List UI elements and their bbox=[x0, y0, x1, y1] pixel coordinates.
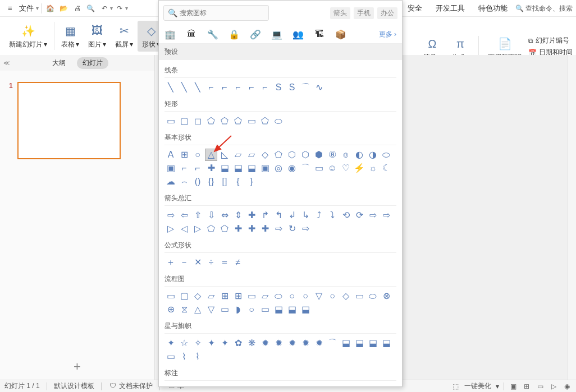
shape-option[interactable]: ⚡ bbox=[353, 162, 365, 174]
shape-option[interactable]: ◇ bbox=[191, 290, 204, 302]
shape-option[interactable]: ☾ bbox=[380, 162, 392, 174]
shape-option[interactable]: ✦ bbox=[205, 337, 217, 349]
shape-option[interactable]: ⬭ bbox=[272, 115, 285, 127]
tag-arrow[interactable]: 箭头 bbox=[330, 7, 350, 19]
shape-option[interactable]: ▭ bbox=[218, 384, 231, 386]
shape-search-input[interactable] bbox=[163, 5, 269, 21]
shape-option[interactable]: ÷ bbox=[205, 256, 217, 269]
picture-button[interactable]: 🖼 图片▾ bbox=[84, 23, 111, 49]
shape-option[interactable]: ⇨ bbox=[164, 209, 177, 222]
view-reading-icon[interactable]: ▭ bbox=[536, 382, 545, 391]
shape-option[interactable]: ⌐ bbox=[191, 162, 204, 174]
doc-protect[interactable]: 🛡 文档未保护 bbox=[108, 381, 153, 391]
slide-number-button[interactable]: ⧉幻灯片编号 bbox=[528, 36, 573, 45]
shape-option[interactable]: ╲ bbox=[191, 81, 204, 94]
shape-option[interactable]: ▭ bbox=[205, 384, 217, 386]
shape-option[interactable]: ◇ bbox=[259, 149, 271, 161]
shape-option[interactable]: ◑ bbox=[367, 149, 379, 161]
shape-option[interactable]: ✹ bbox=[286, 337, 298, 349]
home-icon[interactable]: 🏠 bbox=[44, 2, 57, 15]
shape-option[interactable]: ○ bbox=[245, 303, 258, 316]
cube-icon[interactable]: ⬚ bbox=[451, 382, 460, 391]
shape-option[interactable]: ☼ bbox=[367, 162, 379, 174]
open-icon[interactable]: 📂 bbox=[57, 2, 71, 15]
shape-option[interactable]: ○ bbox=[191, 384, 204, 386]
undo-icon[interactable]: ↶ bbox=[98, 2, 111, 15]
shape-option[interactable]: ⌐ bbox=[245, 81, 258, 94]
shape-option[interactable]: ⌐ bbox=[205, 81, 217, 94]
shape-option[interactable]: ◎ bbox=[272, 162, 285, 174]
shape-option[interactable]: ▬ bbox=[326, 384, 339, 386]
shape-option[interactable]: ▣ bbox=[164, 162, 177, 174]
tab-dev-tools[interactable]: 开发工具 bbox=[430, 3, 470, 13]
shape-option[interactable]: ⌐ bbox=[232, 81, 244, 94]
shape-option[interactable]: ⌒ bbox=[299, 162, 312, 174]
shape-option[interactable]: ⊕ bbox=[164, 303, 177, 316]
preset-icon[interactable]: 🔗 bbox=[250, 29, 261, 40]
shape-option[interactable]: ▭ bbox=[313, 162, 325, 174]
shape-option[interactable]: ⬓ bbox=[272, 303, 285, 316]
shape-option[interactable]: ▽ bbox=[205, 303, 217, 316]
shape-option[interactable]: ▬ bbox=[313, 384, 325, 386]
shape-option[interactable]: ○ bbox=[326, 290, 339, 302]
shape-option[interactable]: ▭ bbox=[353, 290, 365, 302]
shape-option[interactable]: ⌾ bbox=[340, 149, 352, 161]
shape-option[interactable]: ⌐ bbox=[259, 81, 271, 94]
shape-option[interactable]: ⇧ bbox=[191, 209, 204, 222]
shape-option[interactable]: ▱ bbox=[259, 290, 271, 302]
shape-option[interactable]: ⇩ bbox=[205, 209, 217, 222]
shape-option[interactable]: ⌇ bbox=[191, 351, 204, 363]
shape-option[interactable]: ⧖ bbox=[178, 303, 190, 316]
collapse-icon[interactable]: ≪ bbox=[3, 59, 10, 67]
shape-option[interactable]: ◺ bbox=[218, 149, 231, 161]
tab-safety[interactable]: 安全 bbox=[402, 3, 428, 13]
shape-option[interactable]: ✦ bbox=[218, 337, 231, 349]
shape-option[interactable]: ▬ bbox=[299, 384, 312, 386]
shape-option[interactable]: ❋ bbox=[245, 337, 258, 349]
shape-option[interactable]: ▢ bbox=[178, 115, 190, 127]
shape-option[interactable]: △ bbox=[205, 149, 217, 161]
shape-option[interactable]: ⬓ bbox=[380, 337, 392, 349]
shape-option[interactable]: ⇨ bbox=[367, 209, 379, 222]
shape-option[interactable]: ▭ bbox=[164, 115, 177, 127]
shape-option[interactable]: () bbox=[191, 176, 204, 188]
preset-icon[interactable]: 🏢 bbox=[164, 29, 176, 40]
outline-tab[interactable]: 大纲 bbox=[47, 57, 71, 69]
shape-option[interactable]: ⬓ bbox=[245, 162, 258, 174]
shape-option[interactable]: ▬ bbox=[367, 384, 379, 386]
preset-icon[interactable]: 💻 bbox=[271, 29, 282, 40]
preset-icon[interactable]: 🏛 bbox=[186, 29, 197, 40]
shape-option[interactable]: ⬡ bbox=[286, 149, 298, 161]
shape-option[interactable]: ╲ bbox=[164, 81, 177, 94]
shape-option[interactable]: S bbox=[272, 81, 285, 94]
template-name[interactable]: 默认设计模板 bbox=[54, 381, 94, 391]
file-menu[interactable]: 文件 bbox=[16, 3, 37, 13]
shape-option[interactable]: ⇕ bbox=[232, 209, 244, 222]
shape-option[interactable]: ◐ bbox=[353, 149, 365, 161]
shape-option[interactable]: ▬ bbox=[286, 384, 298, 386]
shape-option[interactable]: ▭ bbox=[245, 115, 258, 127]
shape-option[interactable]: － bbox=[178, 256, 190, 269]
shape-option[interactable]: ↰ bbox=[272, 209, 285, 222]
shape-option[interactable]: ⬠ bbox=[259, 115, 271, 127]
shape-option[interactable]: ✹ bbox=[272, 337, 285, 349]
shape-option[interactable]: ▭ bbox=[164, 351, 177, 363]
shape-option[interactable]: ⌐ bbox=[218, 81, 231, 94]
shape-option[interactable]: ✕ bbox=[191, 256, 204, 269]
shape-option[interactable]: ▭ bbox=[245, 290, 258, 302]
shape-option[interactable]: ↱ bbox=[259, 209, 271, 222]
vertical-scrollbar[interactable] bbox=[567, 55, 576, 380]
shape-option[interactable]: ⬓ bbox=[340, 337, 352, 349]
shape-option[interactable]: ⊞ bbox=[232, 290, 244, 302]
shape-option[interactable]: ⬠ bbox=[272, 149, 285, 161]
shape-option[interactable]: ⌒ bbox=[299, 81, 312, 94]
shape-option[interactable]: ▭ bbox=[164, 384, 177, 386]
hamburger-icon[interactable]: ≡ bbox=[4, 4, 16, 12]
preset-icon[interactable]: 👥 bbox=[292, 29, 304, 40]
preview-icon[interactable]: 🔍 bbox=[84, 2, 98, 15]
new-slide-button[interactable]: ✨ 新建幻灯片▾ bbox=[4, 23, 52, 49]
more-icons-link[interactable]: 更多 › bbox=[379, 30, 396, 39]
shape-option[interactable]: S bbox=[286, 81, 298, 94]
shape-option[interactable]: ↳ bbox=[299, 209, 312, 222]
shape-option[interactable]: ⬓ bbox=[218, 162, 231, 174]
